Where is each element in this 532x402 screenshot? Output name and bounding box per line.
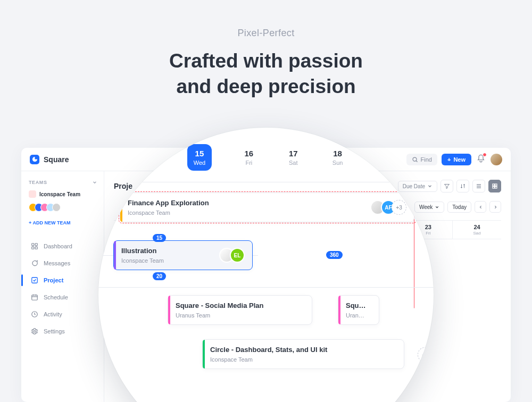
sidebar-item-activity[interactable]: Activity <box>29 306 97 322</box>
lens-day-active[interactable]: 15Wed <box>187 144 212 171</box>
clock-icon <box>31 311 38 318</box>
svg-rect-11 <box>493 187 495 189</box>
svg-point-8 <box>34 330 36 332</box>
svg-rect-2 <box>35 244 37 246</box>
teams-header[interactable]: TEAMS <box>29 180 97 185</box>
user-avatar[interactable] <box>491 154 502 165</box>
list-icon <box>476 183 482 189</box>
svg-rect-5 <box>32 278 38 283</box>
hero-eyebrow: Pixel-Perfect <box>0 28 532 39</box>
task-circle[interactable]: Circle - Dashboard, Stats, and UI kit Ic… <box>202 339 404 369</box>
new-button[interactable]: + New <box>442 154 471 165</box>
sidebar: TEAMS Iconspace Team + ADD NEW TEAM Dash… <box>21 171 104 402</box>
today-button[interactable]: Today <box>447 202 471 213</box>
list-view-button[interactable] <box>472 180 485 192</box>
dimension-badge: 360 <box>326 251 343 259</box>
filter-button[interactable] <box>440 180 453 192</box>
brand-logo-icon <box>30 155 39 164</box>
notification-dot <box>483 153 486 156</box>
team-icon <box>29 190 36 198</box>
task-finance[interactable]: Finance App Exploration Iconspace Team A… <box>120 192 414 222</box>
week-dropdown[interactable]: Week <box>414 202 444 213</box>
chat-icon <box>31 259 38 267</box>
plus-icon: + <box>447 156 451 163</box>
sidebar-item-messages[interactable]: Messages <box>29 255 97 271</box>
next-button[interactable] <box>489 201 501 213</box>
prev-button[interactable] <box>475 201 486 213</box>
calendar-icon <box>31 294 38 301</box>
add-team-button[interactable]: + ADD NEW TEAM <box>29 220 97 225</box>
sidebar-item-settings[interactable]: Settings <box>29 323 97 339</box>
dimension-badge: 15 <box>153 234 166 242</box>
chevron-down-icon <box>427 183 433 189</box>
sidebar-item-dashboard[interactable]: Dashboard <box>29 238 97 254</box>
chevron-down-icon <box>92 180 97 185</box>
team-avatars <box>29 203 97 212</box>
svg-rect-4 <box>35 247 37 249</box>
day-cell[interactable]: 24Sad <box>453 221 501 239</box>
lens-day[interactable]: 18Sun <box>330 149 345 171</box>
task-social-2[interactable]: Squ… Uran… <box>338 295 379 325</box>
svg-rect-1 <box>32 244 34 246</box>
sidebar-item-schedule[interactable]: Schedule <box>29 289 97 305</box>
sidebar-nav: Dashboard Messages Project Schedule Acti… <box>29 238 97 339</box>
search-icon <box>412 156 418 163</box>
grid-icon <box>31 242 38 250</box>
svg-rect-6 <box>32 295 38 300</box>
chevron-down-icon <box>435 205 439 210</box>
avatar: EL <box>230 248 245 263</box>
svg-rect-3 <box>32 247 34 249</box>
svg-rect-12 <box>495 187 497 189</box>
avatar <box>52 203 61 212</box>
dimension-badge: 20 <box>153 272 166 280</box>
sort-button[interactable] <box>456 180 469 192</box>
chevron-left-icon <box>478 205 483 210</box>
lens-day[interactable]: 17Sat <box>286 149 301 171</box>
sidebar-item-project[interactable]: Project <box>29 272 97 288</box>
due-dropdown[interactable]: Due Date <box>398 181 437 192</box>
team-item[interactable]: Iconspace Team <box>29 190 97 198</box>
grid-view-button[interactable] <box>488 180 501 192</box>
svg-rect-10 <box>495 184 497 186</box>
avatar-more[interactable]: +3 <box>392 200 406 215</box>
task-illustration[interactable]: Illustration Iconspace Team EL <box>113 240 253 270</box>
sort-icon <box>460 183 466 189</box>
lens-day[interactable]: 16Fri <box>242 149 256 171</box>
filter-icon <box>444 183 450 189</box>
chevron-right-icon <box>493 205 498 210</box>
brand[interactable]: Square <box>30 155 69 164</box>
brand-name: Square <box>44 155 69 164</box>
page-title: Proje <box>114 182 132 190</box>
notifications-button[interactable] <box>477 154 485 165</box>
grid-icon <box>492 183 498 189</box>
svg-point-0 <box>413 157 417 161</box>
task-social[interactable]: Square - Social Media Plan Uranus Team <box>168 295 312 325</box>
hero-title: Crafted with passion and deep precision <box>0 48 532 99</box>
find-button[interactable]: Find <box>406 154 437 165</box>
hero: Pixel-Perfect Crafted with passion and d… <box>0 0 532 99</box>
check-square-icon <box>31 277 38 284</box>
gear-icon <box>31 328 38 335</box>
svg-rect-9 <box>493 184 495 186</box>
